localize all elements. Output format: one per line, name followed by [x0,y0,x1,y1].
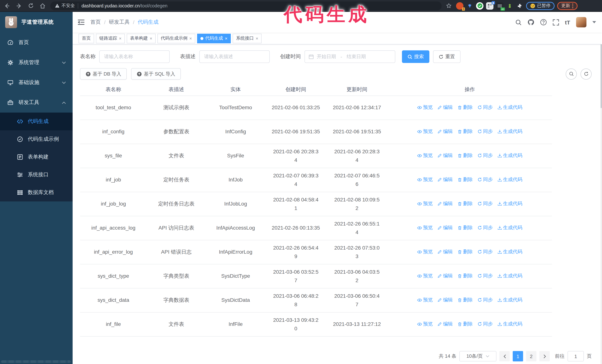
edit-action[interactable]: 编辑 [438,104,453,112]
preview-action[interactable]: 预览 [417,128,433,135]
sync-action[interactable]: 同步 [478,152,493,160]
generate-code-action[interactable]: 生成代码 [497,152,522,160]
sidebar-item-devtools[interactable]: 研发工具 [0,93,73,113]
import-sql-button[interactable]: 基于 SQL 导入 [131,68,181,80]
edit-action[interactable]: 编辑 [438,224,453,232]
delete-action[interactable]: 删除 [458,176,473,184]
generate-code-action[interactable]: 生成代码 [497,296,522,304]
generate-code-action[interactable]: 生成代码 [497,176,522,184]
preview-action[interactable]: 预览 [417,272,433,280]
back-icon[interactable] [2,1,12,10]
delete-action[interactable]: 删除 [458,272,473,280]
security-label[interactable]: 不安全 [62,3,75,9]
sidebar-horizontal-scrollbar[interactable] [1,360,71,363]
edit-action[interactable]: 编辑 [438,272,453,280]
sync-action[interactable]: 同步 [478,224,493,232]
help-icon[interactable] [540,19,547,26]
reload-icon[interactable] [26,1,36,10]
sync-action[interactable]: 同步 [478,200,493,208]
edit-action[interactable]: 编辑 [438,320,453,328]
browser-update-button[interactable]: 更新 [557,2,578,10]
close-tab-icon[interactable]: × [256,36,258,41]
preview-action[interactable]: 预览 [417,104,433,112]
header-search-icon[interactable] [515,19,522,25]
preview-action[interactable]: 预览 [417,320,433,328]
date-range-picker[interactable]: 开始日期 - 结束日期 [304,50,395,63]
sidebar-item-codegen-example[interactable]: 代码生成示例 [0,130,73,148]
sync-action[interactable]: 同步 [478,104,493,112]
forward-icon[interactable] [14,1,24,10]
breadcrumb-devtools[interactable]: 研发工具 [109,19,130,26]
close-tab-icon[interactable]: × [189,36,192,41]
reset-button[interactable]: 重置 [433,50,461,63]
delete-action[interactable]: 删除 [458,296,473,304]
page-size-select[interactable]: 10条/页 [459,351,496,361]
address-bar[interactable]: 不安全 dashboard.yudao.iocoder.cn/tool/code… [50,1,441,10]
close-tab-icon[interactable]: × [225,36,227,41]
sync-action[interactable]: 同步 [478,176,493,184]
sidebar-item-form-builder[interactable]: 表单构建 [0,148,73,166]
extension-icon[interactable] [476,2,484,10]
extension-icon[interactable]: 1 [456,2,463,10]
tab-系统接口[interactable]: 系统接口× [233,33,262,43]
font-size-icon[interactable]: tT [565,19,570,25]
fullscreen-icon[interactable] [553,19,559,25]
table-desc-input[interactable]: 请输入表描述 [199,50,270,63]
page-scrollbar[interactable] [601,12,602,364]
generate-code-action[interactable]: 生成代码 [497,272,522,280]
import-db-button[interactable]: 基于 DB 导入 [80,68,127,80]
close-tab-icon[interactable]: × [150,36,152,41]
user-menu-caret-icon[interactable] [592,21,596,23]
tab-代码生成[interactable]: 代码生成× [197,33,231,43]
home-icon[interactable] [38,1,47,10]
edit-action[interactable]: 编辑 [438,248,453,256]
sidebar-toggle-icon[interactable] [78,19,85,25]
page-button-2[interactable]: 2 [526,351,537,361]
edit-action[interactable]: 编辑 [438,128,453,135]
tab-代码生成示例[interactable]: 代码生成示例× [157,33,195,43]
extensions-puzzle-icon[interactable] [516,2,524,10]
generate-code-action[interactable]: 生成代码 [497,320,522,328]
sidebar-item-home[interactable]: 首页 [0,32,73,52]
page-button-1[interactable]: 1 [513,351,523,361]
delete-action[interactable]: 删除 [458,104,473,112]
edit-action[interactable]: 编辑 [438,296,453,304]
preview-action[interactable]: 预览 [417,152,433,160]
close-tab-icon[interactable]: × [119,36,121,41]
sidebar-item-db-doc[interactable]: 数据库文档 [0,184,73,201]
generate-code-action[interactable]: 生成代码 [497,224,522,232]
preview-action[interactable]: 预览 [417,176,433,184]
sync-action[interactable]: 同步 [478,272,493,280]
tab-表单构建[interactable]: 表单构建× [127,33,156,43]
refresh-table-button[interactable] [580,68,592,79]
edit-action[interactable]: 编辑 [438,176,453,184]
edit-action[interactable]: 编辑 [438,152,453,160]
next-page-button[interactable] [539,351,550,361]
delete-action[interactable]: 删除 [458,224,473,232]
extension-icon[interactable] [506,2,514,10]
extension-icon[interactable] [466,2,473,10]
sync-action[interactable]: 同步 [478,128,493,135]
table-name-input[interactable]: 请输入表名称 [99,50,170,63]
tab-首页[interactable]: 首页 [78,33,94,43]
edit-action[interactable]: 编辑 [438,200,453,208]
sidebar-item-infrastructure[interactable]: 基础设施 [0,73,73,93]
delete-action[interactable]: 删除 [458,200,473,208]
extension-icon[interactable]: ◆ [486,2,494,10]
sidebar-item-system-api[interactable]: 系统接口 [0,166,73,184]
delete-action[interactable]: 删除 [458,152,473,160]
goto-page-input[interactable]: 1 [568,351,584,361]
app-logo-area[interactable]: 芋道管理系统 [0,12,73,32]
github-icon[interactable] [527,19,534,26]
generate-code-action[interactable]: 生成代码 [497,128,522,135]
delete-action[interactable]: 删除 [458,320,473,328]
extension-icon[interactable]: on [496,2,504,10]
sync-action[interactable]: 同步 [478,248,493,256]
bookmark-star-icon[interactable] [444,1,453,10]
sidebar-item-system[interactable]: 系统管理 [0,52,73,73]
generate-code-action[interactable]: 生成代码 [497,104,522,112]
sidebar-item-codegen[interactable]: 代码生成 [0,113,73,130]
sync-action[interactable]: 同步 [478,296,493,304]
prev-page-button[interactable] [499,351,510,361]
sync-action[interactable]: 同步 [478,320,493,328]
